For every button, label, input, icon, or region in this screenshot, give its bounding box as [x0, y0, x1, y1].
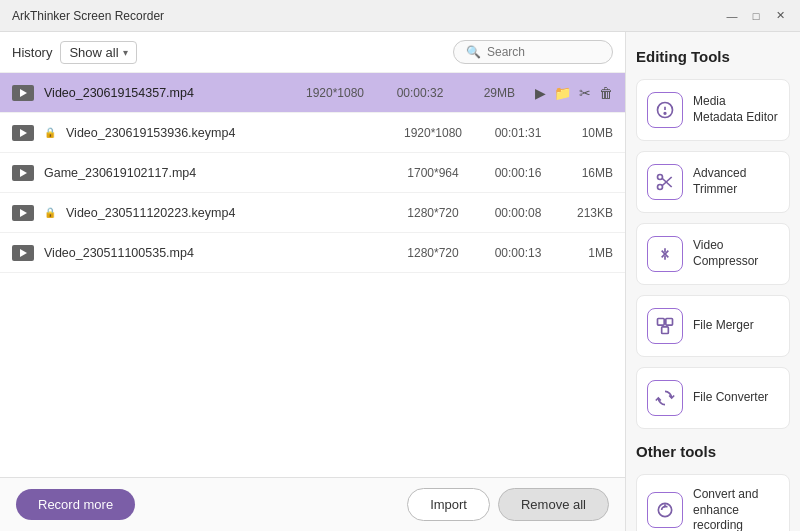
file-name: Video_230511100535.mp4: [44, 246, 383, 260]
show-all-dropdown[interactable]: Show all ▾: [60, 41, 136, 64]
svg-rect-7: [658, 319, 665, 326]
tool-file-merger[interactable]: File Merger: [636, 295, 790, 357]
file-size: 213KB: [563, 206, 613, 220]
file-size: 10MB: [563, 126, 613, 140]
file-name: Video_230511120223.keymp4: [66, 206, 383, 220]
tool-advanced-trimmer[interactable]: Advanced Trimmer: [636, 151, 790, 213]
file-list: Video_230619154357.mp4 1920*1080 00:00:3…: [0, 73, 625, 477]
advanced-trimmer-icon: [647, 164, 683, 200]
svg-rect-9: [662, 327, 669, 334]
tool-label: Convert and enhance recording: [693, 487, 779, 531]
remove-all-button[interactable]: Remove all: [498, 488, 609, 521]
file-resolution: 1700*964: [393, 166, 473, 180]
convert-enhance-icon: [647, 492, 683, 528]
tool-label: File Merger: [693, 318, 754, 334]
video-thumbnail-icon: [12, 125, 34, 141]
file-resolution: 1920*1080: [393, 126, 473, 140]
left-panel: History Show all ▾ 🔍 Video_230619154357.…: [0, 32, 626, 531]
titlebar: ArkThinker Screen Recorder — □ ✕: [0, 0, 800, 32]
file-size: 1MB: [563, 246, 613, 260]
trim-icon[interactable]: ✂: [579, 85, 591, 101]
tool-label: Advanced Trimmer: [693, 166, 779, 197]
history-label: History: [12, 45, 52, 60]
import-button[interactable]: Import: [407, 488, 490, 521]
file-actions: ▶ 📁 ✂ 🗑: [535, 85, 613, 101]
svg-line-6: [662, 177, 672, 186]
table-row[interactable]: Game_230619102117.mp4 1700*964 00:00:16 …: [0, 153, 625, 193]
svg-rect-8: [666, 319, 673, 326]
tool-file-converter[interactable]: File Converter: [636, 367, 790, 429]
file-merger-icon: [647, 308, 683, 344]
show-all-label: Show all: [69, 45, 118, 60]
tool-convert-enhance[interactable]: Convert and enhance recording: [636, 474, 790, 531]
video-thumbnail-icon: [12, 205, 34, 221]
app-title: ArkThinker Screen Recorder: [12, 9, 164, 23]
lock-icon: 🔒: [44, 207, 56, 218]
table-row[interactable]: 🔒 Video_230511120223.keymp4 1280*720 00:…: [0, 193, 625, 233]
search-box: 🔍: [453, 40, 613, 64]
file-name: Video_230619154357.mp4: [44, 86, 285, 100]
tool-label: File Converter: [693, 390, 768, 406]
chevron-down-icon: ▾: [123, 47, 128, 58]
tool-video-compressor[interactable]: Video Compressor: [636, 223, 790, 285]
file-duration: 00:00:16: [483, 166, 553, 180]
tool-label: Video Compressor: [693, 238, 779, 269]
play-icon[interactable]: ▶: [535, 85, 546, 101]
minimize-button[interactable]: —: [724, 8, 740, 24]
file-duration: 00:00:32: [385, 86, 455, 100]
right-panel: Editing Tools Media Metadata Editor: [626, 32, 800, 531]
record-more-button[interactable]: Record more: [16, 489, 135, 520]
video-thumbnail-icon: [12, 165, 34, 181]
video-compressor-icon: [647, 236, 683, 272]
svg-line-5: [662, 178, 672, 187]
delete-icon[interactable]: 🗑: [599, 85, 613, 101]
video-thumbnail-icon: [12, 85, 34, 101]
tool-media-metadata-editor[interactable]: Media Metadata Editor: [636, 79, 790, 141]
file-size: 16MB: [563, 166, 613, 180]
table-row[interactable]: Video_230619154357.mp4 1920*1080 00:00:3…: [0, 73, 625, 113]
editing-tools-title: Editing Tools: [636, 48, 790, 65]
search-input[interactable]: [487, 45, 607, 59]
main-container: History Show all ▾ 🔍 Video_230619154357.…: [0, 32, 800, 531]
svg-point-2: [664, 113, 666, 115]
file-name: Video_230619153936.keymp4: [66, 126, 383, 140]
window-controls: — □ ✕: [724, 8, 788, 24]
lock-icon: 🔒: [44, 127, 56, 138]
other-tools-title: Other tools: [636, 443, 790, 460]
search-icon: 🔍: [466, 45, 481, 59]
file-duration: 00:00:13: [483, 246, 553, 260]
file-name: Game_230619102117.mp4: [44, 166, 383, 180]
file-duration: 00:00:08: [483, 206, 553, 220]
file-resolution: 1920*1080: [295, 86, 375, 100]
folder-icon[interactable]: 📁: [554, 85, 571, 101]
file-duration: 00:01:31: [483, 126, 553, 140]
toolbar: History Show all ▾ 🔍: [0, 32, 625, 73]
table-row[interactable]: Video_230511100535.mp4 1280*720 00:00:13…: [0, 233, 625, 273]
video-thumbnail-icon: [12, 245, 34, 261]
file-converter-icon: [647, 380, 683, 416]
tool-label: Media Metadata Editor: [693, 94, 779, 125]
maximize-button[interactable]: □: [748, 8, 764, 24]
file-resolution: 1280*720: [393, 246, 473, 260]
bottom-bar: Record more Import Remove all: [0, 477, 625, 531]
file-size: 29MB: [465, 86, 515, 100]
table-row[interactable]: 🔒 Video_230619153936.keymp4 1920*1080 00…: [0, 113, 625, 153]
file-resolution: 1280*720: [393, 206, 473, 220]
media-metadata-editor-icon: [647, 92, 683, 128]
close-button[interactable]: ✕: [772, 8, 788, 24]
